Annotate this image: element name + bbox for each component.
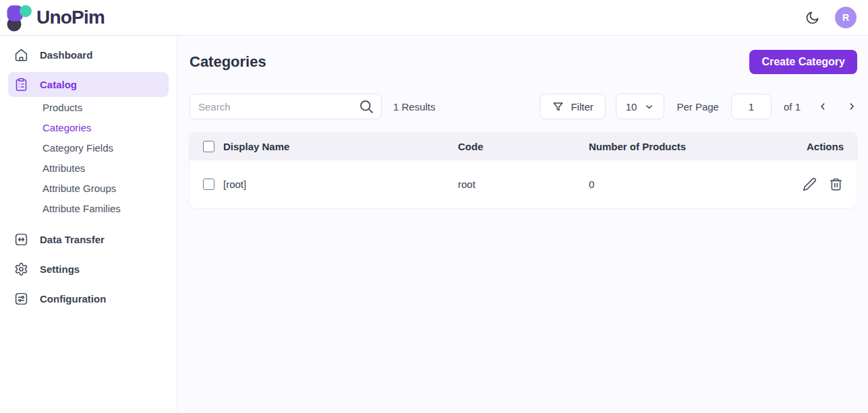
previous-page-button[interactable] bbox=[817, 101, 828, 112]
table-header-row: Display Name Code Number of Products Act… bbox=[190, 133, 857, 160]
sidebar: Dashboard Catalog Products Categories Ca… bbox=[0, 36, 177, 413]
sidebar-item-data-transfer[interactable]: Data Transfer bbox=[8, 227, 169, 252]
brand-wordmark: UnoPim bbox=[36, 7, 105, 28]
clipboard-list-icon bbox=[14, 77, 28, 92]
sidebar-subitem-attributes[interactable]: Attributes bbox=[42, 162, 169, 174]
chevron-right-icon bbox=[846, 101, 857, 112]
row-actions bbox=[776, 177, 857, 191]
sidebar-item-label: Configuration bbox=[40, 293, 106, 305]
chevron-down-icon bbox=[644, 102, 654, 112]
col-header-number-of-products: Number of Products bbox=[589, 141, 776, 152]
page-title: Categories bbox=[190, 53, 266, 71]
sidebar-item-settings[interactable]: Settings bbox=[8, 257, 169, 282]
col-header-code: Code bbox=[458, 141, 589, 152]
select-all-checkbox[interactable] bbox=[203, 141, 214, 152]
sidebar-item-label: Data Transfer bbox=[40, 234, 105, 245]
page-number-input[interactable] bbox=[731, 94, 772, 119]
page-header: Categories Create Category bbox=[190, 50, 857, 74]
search-icon[interactable] bbox=[358, 98, 374, 115]
trash-icon bbox=[829, 177, 843, 191]
topbar-actions: R bbox=[805, 7, 857, 28]
sliders-icon bbox=[14, 292, 28, 306]
header-checkbox-cell bbox=[190, 141, 223, 152]
data-transfer-icon bbox=[14, 232, 28, 247]
cell-number-of-products: 0 bbox=[589, 179, 776, 190]
create-category-button[interactable]: Create Category bbox=[749, 50, 857, 74]
sidebar-item-configuration[interactable]: Configuration bbox=[8, 286, 169, 311]
sidebar-subitem-attribute-groups[interactable]: Attribute Groups bbox=[42, 183, 169, 194]
gear-icon bbox=[14, 262, 28, 276]
categories-table: Display Name Code Number of Products Act… bbox=[190, 133, 857, 208]
edit-button[interactable] bbox=[803, 177, 817, 191]
sidebar-subitem-attribute-families[interactable]: Attribute Families bbox=[42, 203, 169, 214]
next-page-button[interactable] bbox=[846, 101, 857, 112]
filter-button[interactable]: Filter bbox=[540, 94, 605, 119]
brand-logo-icon bbox=[7, 4, 32, 32]
home-icon bbox=[14, 48, 28, 62]
moon-icon bbox=[805, 10, 820, 26]
dark-mode-toggle[interactable] bbox=[805, 10, 820, 26]
col-header-actions: Actions bbox=[776, 141, 857, 152]
catalog-submenu: Products Categories Category Fields Attr… bbox=[8, 102, 169, 214]
col-header-display-name: Display Name bbox=[223, 141, 458, 152]
per-page-label: Per Page bbox=[676, 101, 719, 113]
cell-code: root bbox=[458, 179, 589, 190]
pencil-icon bbox=[803, 177, 817, 191]
search-input[interactable] bbox=[190, 94, 382, 119]
chevron-left-icon bbox=[817, 101, 828, 112]
results-count: 1 Results bbox=[393, 101, 436, 113]
sidebar-item-label: Catalog bbox=[40, 79, 77, 90]
row-checkbox-cell bbox=[190, 179, 223, 190]
top-bar: UnoPim R bbox=[0, 0, 868, 36]
datagrid-toolbar: 1 Results Filter 10 bbox=[190, 94, 857, 119]
filter-funnel-icon bbox=[552, 100, 565, 113]
main-content: Categories Create Category 1 Results bbox=[177, 36, 868, 413]
avatar-initial: R bbox=[842, 12, 849, 23]
sidebar-item-catalog[interactable]: Catalog bbox=[8, 72, 169, 97]
pagination bbox=[817, 101, 857, 112]
delete-button[interactable] bbox=[829, 177, 843, 191]
user-avatar[interactable]: R bbox=[835, 7, 857, 28]
brand-logo[interactable]: UnoPim bbox=[7, 4, 105, 32]
row-checkbox[interactable] bbox=[203, 179, 214, 190]
per-page-select[interactable]: 10 bbox=[616, 94, 665, 119]
sidebar-item-label: Dashboard bbox=[40, 49, 92, 61]
toolbar-right: Filter 10 Per Page of 1 bbox=[540, 94, 857, 119]
filter-label: Filter bbox=[571, 101, 593, 113]
sidebar-subitem-products[interactable]: Products bbox=[42, 102, 169, 113]
page-of-label: of 1 bbox=[784, 101, 801, 113]
search-box bbox=[190, 94, 382, 119]
sidebar-item-dashboard[interactable]: Dashboard bbox=[8, 42, 169, 67]
sidebar-item-label: Settings bbox=[40, 263, 80, 275]
table-row: [root] root 0 bbox=[190, 160, 857, 208]
per-page-value: 10 bbox=[626, 101, 637, 113]
sidebar-subitem-categories[interactable]: Categories bbox=[42, 122, 169, 133]
sidebar-subitem-category-fields[interactable]: Category Fields bbox=[42, 142, 169, 154]
cell-display-name: [root] bbox=[223, 179, 458, 190]
